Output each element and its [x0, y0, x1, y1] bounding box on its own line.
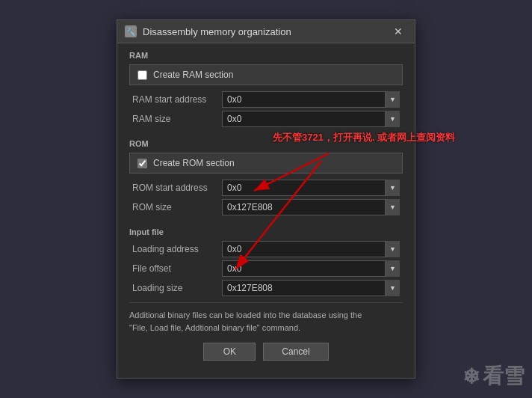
ram-size-row: RAM size ▼ [129, 111, 403, 127]
ram-checkbox-label: Create RAM section [153, 70, 233, 80]
ram-start-row: RAM start address ▼ [129, 91, 403, 108]
ram-checkbox[interactable] [137, 70, 147, 80]
watermark-symbol: ❄ [463, 364, 480, 389]
file-offset-input[interactable] [222, 260, 400, 277]
rom-section: ROM Create ROM section ROM start address… [129, 139, 403, 215]
loading-address-row: Loading address ▼ [129, 241, 403, 257]
cancel-button[interactable]: Cancel [263, 343, 328, 361]
file-offset-input-wrap: ▼ [222, 260, 400, 277]
rom-start-label: ROM start address [132, 183, 222, 193]
file-offset-label: File offset [132, 263, 222, 274]
loading-address-input[interactable] [222, 241, 400, 257]
watermark-text: 看雪 [483, 362, 525, 391]
dialog-title: Disassembly memory organization [143, 26, 291, 37]
ram-size-input-wrap: ▼ [222, 111, 400, 127]
rom-size-label: ROM size [132, 202, 222, 212]
rom-label: ROM [129, 139, 403, 148]
file-offset-row: File offset ▼ [129, 260, 403, 277]
rom-start-row: ROM start address ▼ [129, 180, 403, 196]
ram-start-input-wrap: ▼ [222, 91, 400, 108]
rom-size-row: ROM size ▼ [129, 199, 403, 215]
watermark: ❄ 看雪 [463, 362, 525, 391]
ram-start-input[interactable] [222, 91, 400, 108]
loading-address-input-wrap: ▼ [222, 241, 400, 257]
rom-checkbox[interactable] [137, 159, 147, 168]
loading-size-input-wrap: ▼ [222, 280, 400, 296]
close-button[interactable]: ✕ [389, 25, 407, 38]
rom-checkbox-label: Create ROM section [153, 158, 235, 168]
loading-size-row: Loading size ▼ [129, 280, 403, 296]
input-file-label: Input file [129, 227, 403, 236]
ok-button[interactable]: OK [203, 343, 256, 361]
input-file-section: Input file Loading address ▼ File offset… [129, 227, 403, 296]
dialog-icon: 🔧 [125, 25, 137, 37]
divider-2 [129, 221, 403, 227]
ram-start-label: RAM start address [132, 94, 222, 105]
button-row: OK Cancel [129, 343, 403, 361]
ram-size-input[interactable] [222, 111, 400, 127]
ram-section: RAM Create RAM section RAM start address… [129, 51, 403, 127]
dialog: 🔧 Disassembly memory organization ✕ RAM … [117, 19, 415, 379]
ram-checkbox-row[interactable]: Create RAM section [129, 64, 403, 85]
ram-start-dropdown[interactable]: ▼ [385, 91, 400, 108]
divider-1 [129, 133, 403, 139]
loading-address-dropdown[interactable]: ▼ [385, 241, 400, 257]
rom-start-dropdown[interactable]: ▼ [385, 180, 400, 196]
rom-checkbox-row[interactable]: Create ROM section [129, 153, 403, 174]
loading-size-label: Loading size [132, 283, 222, 293]
file-offset-dropdown[interactable]: ▼ [385, 260, 400, 277]
loading-address-label: Loading address [132, 244, 222, 254]
dialog-titlebar: 🔧 Disassembly memory organization ✕ [117, 20, 415, 43]
rom-size-input[interactable] [222, 199, 400, 215]
rom-size-input-wrap: ▼ [222, 199, 400, 215]
loading-size-dropdown[interactable]: ▼ [385, 280, 400, 296]
rom-size-dropdown[interactable]: ▼ [385, 199, 400, 215]
title-left: 🔧 Disassembly memory organization [125, 25, 291, 37]
dialog-body: RAM Create RAM section RAM start address… [117, 43, 415, 370]
loading-size-input[interactable] [222, 280, 400, 296]
ram-size-label: RAM size [132, 114, 222, 124]
ram-size-dropdown[interactable]: ▼ [385, 111, 400, 127]
info-text: Additional binary files can be loaded in… [129, 302, 403, 334]
rom-start-input[interactable] [222, 180, 400, 196]
rom-start-input-wrap: ▼ [222, 180, 400, 196]
ram-label: RAM [129, 51, 403, 60]
